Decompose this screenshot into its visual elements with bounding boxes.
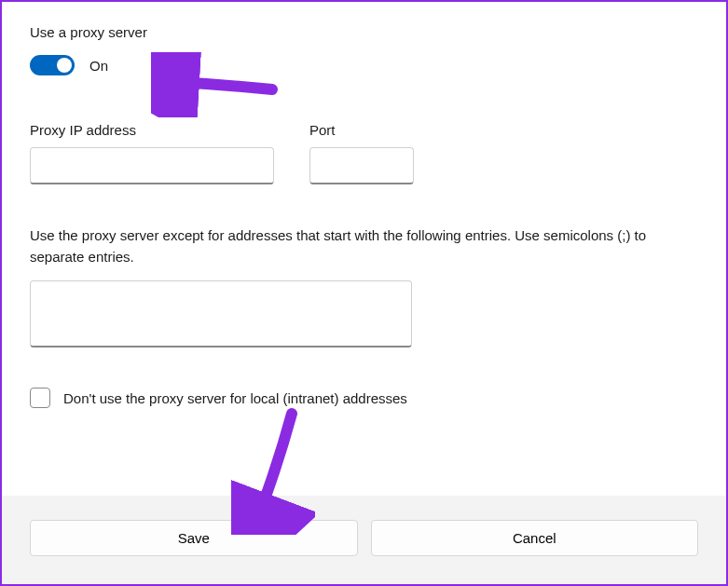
port-label: Port (309, 122, 414, 138)
exceptions-description: Use the proxy server except for addresse… (30, 225, 698, 267)
ip-address-label: Proxy IP address (30, 122, 274, 138)
ip-address-input[interactable] (30, 147, 274, 184)
proxy-toggle[interactable] (30, 55, 75, 75)
port-input[interactable] (309, 147, 414, 184)
dialog-footer: Save Cancel (2, 496, 726, 584)
local-addresses-label: Don't use the proxy server for local (in… (63, 390, 407, 406)
local-addresses-checkbox[interactable] (30, 388, 50, 408)
cancel-button[interactable]: Cancel (371, 520, 699, 556)
save-button[interactable]: Save (30, 520, 358, 556)
toggle-knob (57, 58, 72, 73)
section-title: Use a proxy server (30, 24, 698, 40)
toggle-state-label: On (89, 58, 108, 74)
exceptions-textarea[interactable] (30, 280, 412, 348)
